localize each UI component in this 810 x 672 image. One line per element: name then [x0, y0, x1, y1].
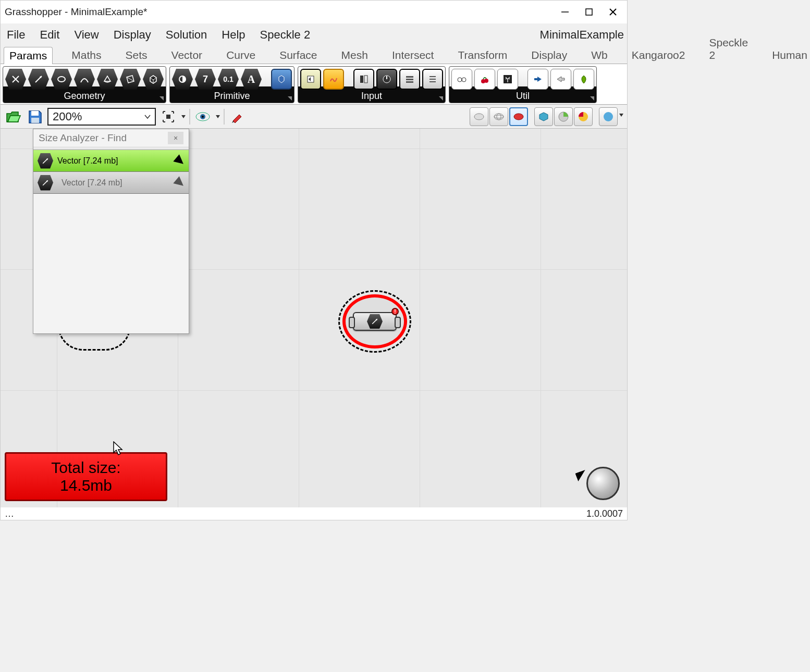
total-size-panel[interactable]: Total size: 14.5mb — [5, 452, 167, 501]
cherries-icon[interactable] — [474, 69, 495, 90]
menu-file[interactable]: File — [7, 28, 25, 42]
zoom-combobox[interactable]: 200% — [47, 108, 156, 126]
canvas[interactable]: ! Size Analyzer - Find × Vector [7.24 mb… — [1, 129, 627, 507]
locate-arrow-icon — [173, 154, 186, 167]
display-shaded-button[interactable] — [509, 107, 528, 126]
open-file-button[interactable] — [4, 107, 22, 126]
arrow-out-icon[interactable] — [550, 69, 571, 90]
document-label[interactable]: MinimalExample — [540, 28, 624, 42]
tab-transform[interactable]: Transform — [452, 47, 512, 64]
curve-param-icon[interactable] — [74, 69, 95, 90]
svg-point-46 — [604, 112, 613, 121]
panel-close-button[interactable]: × — [168, 132, 183, 144]
ribbon-group-label: Util — [451, 90, 594, 104]
sketch-button[interactable] — [228, 107, 247, 126]
svg-rect-13 — [360, 76, 363, 83]
tab-speckle2[interactable]: Speckle 2 — [704, 34, 753, 64]
minimize-button[interactable] — [553, 3, 577, 21]
tab-display[interactable]: Display — [526, 47, 572, 64]
brep-param-icon[interactable] — [143, 69, 164, 90]
boolean-param-icon[interactable] — [172, 69, 193, 90]
compass-icon[interactable] — [586, 467, 620, 500]
app-window: Grasshopper - MinimalExample* File Edit … — [0, 0, 628, 520]
knob-input-icon[interactable] — [376, 69, 397, 90]
tab-mesh[interactable]: Mesh — [336, 47, 373, 64]
zoom-extents-button[interactable] — [159, 107, 178, 126]
tab-curve[interactable]: Curve — [221, 47, 261, 64]
svg-point-37 — [202, 116, 204, 118]
ribbon-group-label: Geometry — [5, 90, 164, 104]
arrow-in-icon[interactable] — [527, 69, 548, 90]
tab-maths[interactable]: Maths — [66, 47, 106, 64]
canvas-component-vector[interactable]: ! — [338, 290, 411, 353]
dropdown-icon[interactable] — [181, 109, 186, 125]
display-wire-button[interactable] — [489, 107, 508, 126]
expand-icon[interactable] — [288, 96, 292, 101]
list-item[interactable]: Vector [7.24 mb] — [33, 172, 189, 194]
tree-icon[interactable] — [497, 69, 518, 90]
colour-param-icon[interactable] — [271, 69, 292, 90]
menu-help[interactable]: Help — [222, 28, 245, 42]
tab-human[interactable]: Human — [767, 47, 810, 64]
save-file-button[interactable] — [26, 107, 44, 126]
preview-button[interactable] — [193, 107, 212, 126]
text-param-icon[interactable]: A — [241, 69, 262, 90]
cursor-icon — [113, 441, 125, 456]
list-item[interactable]: Vector [7.24 mb] — [33, 150, 189, 172]
menu-view[interactable]: View — [74, 28, 99, 42]
close-button[interactable] — [601, 3, 625, 21]
hops-icon[interactable] — [573, 69, 594, 90]
menu-edit[interactable]: Edit — [40, 28, 59, 42]
svg-point-43 — [514, 114, 523, 120]
svg-point-27 — [484, 79, 488, 83]
glasses-icon[interactable] — [451, 69, 472, 90]
surface-param-icon[interactable] — [120, 69, 141, 90]
tab-params[interactable]: Params — [4, 47, 53, 64]
display-noshade-button[interactable] — [470, 107, 488, 126]
tab-kangaroo2[interactable]: Kangaroo2 — [627, 47, 691, 64]
svg-rect-17 — [406, 76, 413, 78]
expand-icon[interactable] — [159, 96, 164, 101]
vector-param-icon — [367, 314, 383, 329]
panel-input-icon[interactable] — [300, 69, 321, 90]
vector-param-icon — [38, 153, 53, 169]
slider-input-icon[interactable] — [323, 69, 344, 90]
panel-title-text: Size Analyzer - Find — [39, 132, 127, 144]
display-blue-button[interactable] — [534, 107, 553, 126]
tab-vector[interactable]: Vector — [166, 47, 208, 64]
dropdown-icon[interactable] — [619, 107, 624, 123]
display-gumball-button[interactable] — [554, 107, 573, 126]
toggle-input-icon[interactable] — [353, 69, 374, 90]
expand-icon[interactable] — [439, 96, 443, 101]
vector-param-icon[interactable] — [28, 69, 49, 90]
integer-param-icon[interactable]: 7 — [195, 69, 216, 90]
menu-speckle2[interactable]: Speckle 2 — [260, 28, 311, 42]
ribbon-group-label: Primitive — [172, 90, 292, 104]
list-input-icon[interactable] — [422, 69, 443, 90]
tab-sets[interactable]: Sets — [120, 47, 153, 64]
dropdown-icon[interactable] — [215, 109, 220, 125]
doc-toolbar: 200% — [1, 105, 627, 129]
svg-rect-33 — [166, 115, 170, 119]
expand-icon[interactable] — [590, 96, 594, 101]
component-body[interactable] — [353, 312, 397, 331]
svg-point-24 — [462, 78, 466, 82]
display-sun-button[interactable] — [574, 107, 593, 126]
valuelist-input-icon[interactable] — [399, 69, 420, 90]
display-lastblue-button[interactable] — [599, 107, 618, 126]
panel-title[interactable]: Size Analyzer - Find × — [33, 129, 189, 147]
menu-solution[interactable]: Solution — [166, 28, 207, 42]
circle-param-icon[interactable] — [51, 69, 72, 90]
ribbon-group-input: Input — [298, 66, 446, 103]
total-size-label: Total size: — [51, 459, 120, 477]
menu-display[interactable]: Display — [114, 28, 151, 42]
number-param-icon[interactable]: 0.1 — [218, 69, 239, 90]
tab-wb[interactable]: Wb — [586, 47, 613, 64]
plane-param-icon[interactable] — [97, 69, 118, 90]
tab-surface[interactable]: Surface — [274, 47, 322, 64]
maximize-button[interactable] — [577, 3, 601, 21]
svg-rect-18 — [406, 79, 413, 80]
tab-intersect[interactable]: Intersect — [387, 47, 439, 64]
point-param-icon[interactable] — [5, 69, 26, 90]
size-analyzer-panel[interactable]: Size Analyzer - Find × Vector [7.24 mb] … — [33, 129, 189, 334]
